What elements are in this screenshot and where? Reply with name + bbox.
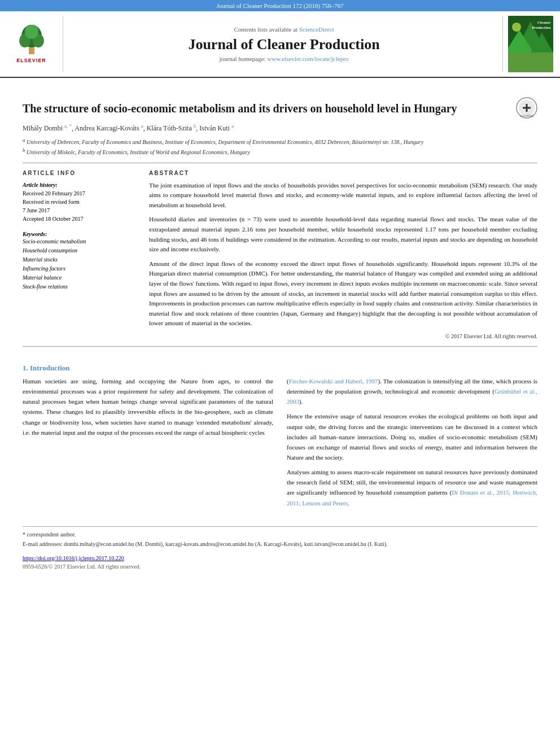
keywords-label: Keywords: xyxy=(23,231,135,237)
intro-left-col: Human societies are using, forming and o… xyxy=(23,376,273,513)
intro-left-p1: Human societies are using, forming and o… xyxy=(23,376,273,438)
email-addresses: dombi.mihaly@econ.unidel.hu (M. Dombi), … xyxy=(64,541,387,547)
homepage-line: journal homepage: www.elsevier.com/locat… xyxy=(70,55,498,62)
keyword-2: Household consumption xyxy=(23,246,135,255)
intro-columns: Human societies are using, forming and o… xyxy=(23,376,537,513)
intro-right-p3: Analyses aiming to assess macro-scale re… xyxy=(287,467,537,508)
keyword-3: Material stocks xyxy=(23,255,135,264)
svg-rect-9 xyxy=(508,53,553,72)
article-info-heading: ARTICLE INFO xyxy=(23,170,135,176)
badge-text: Cleaner Production xyxy=(532,20,550,30)
svg-text:CrossMark: CrossMark xyxy=(520,114,534,117)
accepted-date: Accepted 18 October 2017 xyxy=(23,215,135,223)
email-footnote: E-mail addresses: dombi.mihaly@econ.unid… xyxy=(23,540,537,548)
keyword-1: Socio-economic metabolism xyxy=(23,237,135,246)
intro-heading: 1. Introduction xyxy=(23,364,537,373)
elsevier-logo: ELSEVIER xyxy=(7,16,63,72)
revised-date: 7 June 2017 xyxy=(23,206,135,215)
elsevier-text: ELSEVIER xyxy=(16,58,46,63)
footnote-area: * correspondent author. E-mail addresses… xyxy=(23,526,537,571)
journal-header: ELSEVIER Contents lists available at Sci… xyxy=(0,11,560,78)
article-info-col: ARTICLE INFO Article history: Received 2… xyxy=(23,170,135,339)
abstract-p1: The joint examination of input flows and… xyxy=(149,181,537,211)
copyright-line: © 2017 Elsevier Ltd. All rights reserved… xyxy=(149,333,537,339)
doi-link[interactable]: https://doi.org/10.1016/j.jclepro.2017.1… xyxy=(23,555,124,561)
elsevier-tree-icon xyxy=(15,25,49,56)
svg-rect-0 xyxy=(29,47,34,54)
divider-1 xyxy=(23,163,537,163)
svg-point-10 xyxy=(512,23,521,32)
journal-citation: Journal of Cleaner Production 172 (2018)… xyxy=(217,2,344,9)
journal-title: Journal of Cleaner Production xyxy=(70,36,498,53)
intro-right-p1: (Fischer-Kowalski and Haberl, 1997). The… xyxy=(287,376,537,407)
journal-header-center: Contents lists available at ScienceDirec… xyxy=(70,16,498,72)
top-bar: Journal of Cleaner Production 172 (2018)… xyxy=(0,0,560,11)
intro-right-col: (Fischer-Kowalski and Haberl, 1997). The… xyxy=(287,376,537,513)
affiliation-b: b University of Miskolc, Faculty of Econ… xyxy=(23,147,537,155)
keyword-4: Influencing factors xyxy=(23,264,135,273)
ref-di-donato[interactable]: Di Donato et al., 2015; Hertwich, 2011; … xyxy=(287,489,537,506)
correspondent-note: * correspondent author. xyxy=(23,530,537,539)
doi-line: https://doi.org/10.1016/j.jclepro.2017.1… xyxy=(23,554,537,562)
introduction-section: 1. Introduction Human societies are usin… xyxy=(23,364,537,513)
abstract-col: ABSTRACT The joint examination of input … xyxy=(149,170,537,339)
ref-fischer-kowalski[interactable]: Fischer-Kowalski and Haberl, 1997 xyxy=(289,378,378,385)
article-history: Article history: Received 20 February 20… xyxy=(23,181,135,223)
abstract-p3: Amount of the direct input flows of the … xyxy=(149,259,537,329)
keyword-5: Material balance xyxy=(23,273,135,282)
authors-line: Mihály Dombi a, *, Andrea Karcagi-Kováts… xyxy=(23,123,537,133)
svg-point-4 xyxy=(25,25,38,39)
abstract-text: The joint examination of input flows and… xyxy=(149,181,537,329)
contents-available-text: Contents lists available at ScienceDirec… xyxy=(70,26,498,33)
crossmark-icon: CrossMark xyxy=(516,97,537,119)
keywords-block: Keywords: Socio-economic metabolism Hous… xyxy=(23,231,135,291)
cleaner-production-badge: Cleaner Production xyxy=(502,16,553,72)
intro-right-p2: Hence the extensive usage of natural res… xyxy=(287,411,537,462)
affiliation-a: a University of Debrecen, Faculty of Eco… xyxy=(23,137,537,145)
article-info-abstract: ARTICLE INFO Article history: Received 2… xyxy=(23,170,537,339)
issn-line: 0959-6526/© 2017 Elsevier Ltd. All right… xyxy=(23,562,537,571)
divider-2 xyxy=(23,346,537,347)
ref-grunbuhel[interactable]: Grünbühel et al., 2003 xyxy=(287,388,537,405)
email-label: E-mail addresses: xyxy=(23,541,63,547)
revised-label: Received in revised form xyxy=(23,198,135,206)
sciencedirect-link[interactable]: ScienceDirect xyxy=(299,26,334,33)
homepage-link[interactable]: www.elsevier.com/locate/jclepro xyxy=(267,55,348,62)
article-title: The structure of socio-economic metaboli… xyxy=(23,101,507,116)
article-main: The structure of socio-economic metaboli… xyxy=(0,78,560,582)
keyword-6: Stock-flow relations xyxy=(23,282,135,291)
intro-left-text: Human societies are using, forming and o… xyxy=(23,376,273,438)
abstract-p2: Household diaries and inventories (n = 7… xyxy=(149,215,537,254)
received-date: Received 20 February 2017 xyxy=(23,189,135,198)
badge-image: Cleaner Production xyxy=(508,16,553,72)
crossmark-logo: CrossMark xyxy=(516,97,537,121)
abstract-heading: ABSTRACT xyxy=(149,170,537,176)
intro-right-text: (Fischer-Kowalski and Haberl, 1997). The… xyxy=(287,376,537,508)
